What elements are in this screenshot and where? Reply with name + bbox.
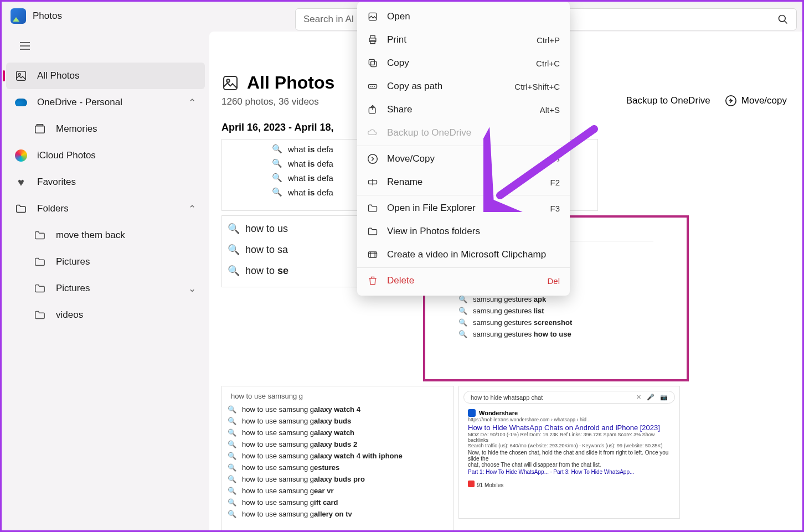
- open-icon: [367, 11, 378, 22]
- menu-view-photos[interactable]: View in Photos folders: [357, 220, 570, 243]
- svg-rect-15: [369, 108, 375, 113]
- svg-point-5: [226, 79, 229, 82]
- svg-point-16: [368, 154, 378, 164]
- sidebar-item-folders[interactable]: Folders ⌃: [6, 195, 205, 222]
- app-title: Photos: [33, 11, 62, 22]
- sidebar-item-label: move them back: [56, 230, 125, 241]
- sidebar-item-label: Pictures: [56, 256, 90, 267]
- share-icon: [367, 104, 378, 115]
- svg-rect-8: [369, 13, 376, 20]
- onedrive-icon: [15, 96, 27, 109]
- chevron-up-icon: ⌃: [188, 97, 196, 109]
- sidebar-item-label: Favorites: [37, 177, 76, 188]
- sidebar-item-onedrive[interactable]: OneDrive - Personal ⌃: [6, 89, 205, 116]
- menu-share[interactable]: Share Alt+S: [357, 98, 570, 121]
- icloud-icon: [15, 149, 27, 162]
- svg-rect-4: [224, 76, 237, 90]
- sidebar-item-label: Pictures: [56, 283, 90, 294]
- chevron-up-icon: ⌃: [188, 203, 196, 215]
- svg-rect-3: [37, 125, 43, 126]
- photos-logo-icon: [11, 8, 26, 24]
- sidebar-folder-item[interactable]: videos: [6, 302, 205, 328]
- menu-separator: [357, 195, 570, 195]
- folder-icon: [34, 309, 46, 321]
- backup-label: Backup to OneDrive: [626, 95, 710, 106]
- folder-icon: [367, 226, 378, 237]
- menu-separator: [357, 146, 570, 146]
- menu-rename[interactable]: Rename F2: [357, 171, 570, 194]
- menu-copy-path[interactable]: Copy as path Ctrl+Shift+C: [357, 75, 570, 98]
- hamburger-button[interactable]: [14, 35, 36, 57]
- svg-rect-13: [369, 59, 374, 65]
- context-menu: Open Print Ctrl+P Copy Ctrl+C Copy as pa…: [357, 2, 570, 296]
- sidebar-item-label: Folders: [37, 203, 69, 214]
- copy-icon: [367, 58, 378, 69]
- svg-rect-2: [35, 126, 45, 133]
- rename-icon: [367, 177, 378, 188]
- cloud-icon: [367, 127, 378, 138]
- folder-icon: [34, 229, 46, 241]
- menu-copy[interactable]: Copy Ctrl+C: [357, 51, 570, 75]
- sidebar-item-all-photos[interactable]: All Photos: [6, 63, 205, 89]
- search-icon: [777, 14, 788, 25]
- sidebar-item-label: Memories: [56, 123, 97, 135]
- sidebar-folder-item[interactable]: Pictures: [6, 249, 205, 275]
- menu-movecopy[interactable]: Move/Copy ›: [357, 147, 570, 171]
- movecopy-label: Move/copy: [741, 95, 787, 106]
- menu-clipchamp[interactable]: Create a video in Microsoft Clipchamp: [357, 243, 570, 266]
- sidebar-item-label: OneDrive - Personal: [37, 97, 122, 108]
- menu-open[interactable]: Open: [357, 5, 570, 28]
- sidebar-item-favorites[interactable]: ♥ Favorites: [6, 169, 205, 195]
- sidebar-item-label: All Photos: [37, 70, 80, 81]
- menu-backup: Backup to OneDrive: [357, 121, 570, 144]
- menu-open-explorer[interactable]: Open in File Explorer F3: [357, 197, 570, 220]
- folder-icon: [367, 203, 378, 214]
- svg-rect-12: [371, 61, 377, 67]
- video-icon: [367, 249, 378, 260]
- menu-delete[interactable]: Delete Del: [357, 269, 570, 292]
- copy-path-icon: [367, 81, 378, 92]
- folder-icon: [34, 282, 46, 295]
- page-title: All Photos: [247, 73, 334, 93]
- sidebar-folder-item[interactable]: move them back: [6, 222, 205, 249]
- sidebar-item-label: iCloud Photos: [37, 150, 96, 161]
- folder-icon: [15, 203, 27, 215]
- photo-thumbnail[interactable]: how to hide whatsapp chat✕🎤📷 Wondershare…: [458, 386, 680, 519]
- photo-icon: [221, 74, 239, 92]
- search-placeholder: Search in Al: [303, 14, 354, 25]
- arrow-right-circle-icon: [725, 95, 737, 107]
- memories-icon: [34, 123, 46, 135]
- svg-rect-10: [370, 36, 375, 38]
- print-icon: [367, 34, 378, 45]
- menu-separator: [357, 267, 570, 268]
- trash-icon: [367, 275, 378, 286]
- svg-point-7: [779, 16, 786, 22]
- svg-point-1: [18, 73, 20, 75]
- photo-thumbnail[interactable]: how to use samsung g 🔍how to use samsung…: [221, 386, 454, 530]
- sidebar: All Photos OneDrive - Personal ⌃ Memorie…: [2, 30, 209, 530]
- heart-icon: ♥: [15, 176, 27, 188]
- chevron-down-icon: ⌄: [188, 283, 196, 295]
- svg-rect-11: [370, 41, 375, 44]
- sidebar-item-memories[interactable]: Memories: [6, 116, 205, 142]
- backup-button[interactable]: Backup to OneDrive: [626, 95, 710, 106]
- folder-icon: [34, 256, 46, 268]
- hamburger-icon: [20, 42, 30, 50]
- arrow-right-circle-icon: [367, 153, 378, 164]
- svg-rect-18: [369, 252, 377, 257]
- sidebar-folder-item[interactable]: Pictures ⌄: [6, 275, 205, 302]
- svg-rect-0: [17, 71, 26, 81]
- sidebar-item-icloud[interactable]: iCloud Photos: [6, 142, 205, 169]
- photo-icon: [15, 70, 27, 82]
- menu-print[interactable]: Print Ctrl+P: [357, 28, 570, 51]
- movecopy-button[interactable]: Move/copy: [725, 95, 787, 107]
- sidebar-item-label: videos: [56, 309, 83, 321]
